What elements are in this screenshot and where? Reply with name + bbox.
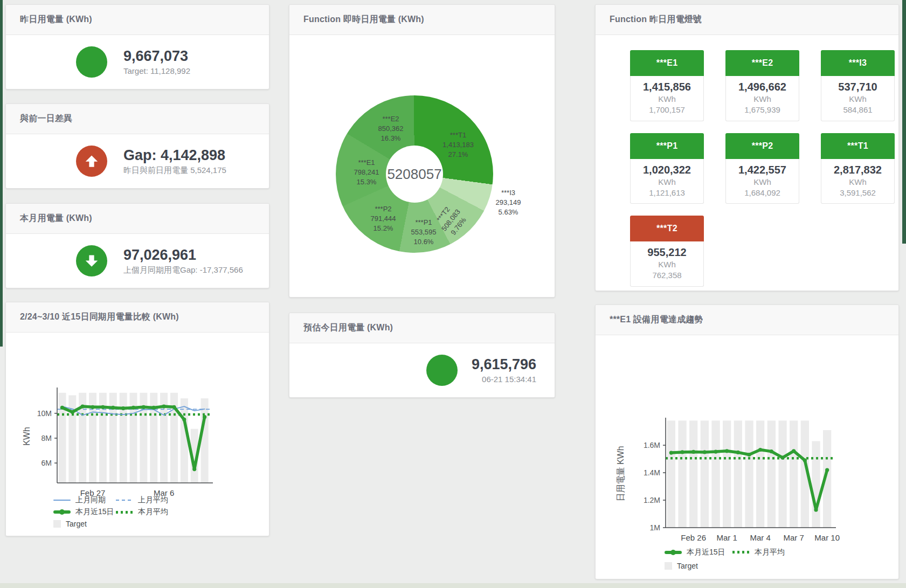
panel-compare-chart: 2/24~3/10 近15日同期用電量比較 (KWh) 6M8M10MFeb 2…	[5, 302, 269, 536]
arrow-up-icon	[76, 146, 107, 177]
panel-header[interactable]: Function 昨日用電燈號	[596, 5, 898, 35]
svg-text:Mar 7: Mar 7	[784, 533, 804, 542]
tile-target: 3,591,562	[822, 188, 893, 198]
svg-text:KWh: KWh	[22, 427, 31, 446]
trend-chart-svg: 1M1.2M1.4M1.6MFeb 26Mar 1Mar 4Mar 7Mar 1…	[596, 335, 900, 580]
day-gap-value: Gap: 4,142,898	[123, 147, 226, 165]
trend-legend: 本月近15日本月平均Target	[665, 545, 800, 572]
tile-label: ***I3	[821, 50, 895, 76]
panel-header[interactable]: 昨日用電量 (KWh)	[6, 5, 269, 35]
window-bottom-band	[0, 583, 906, 588]
light-tile-I3: ***I3537,710KWh584,861	[821, 50, 895, 121]
donut-slice-label-E1: ***E1798,24115.3%	[354, 158, 379, 188]
legend-item-Target[interactable]: Target	[53, 520, 116, 528]
compare-chart[interactable]: 6M8M10MFeb 27Mar 6KWh上月同期上月平均本月近15日本月平均T…	[6, 333, 269, 536]
panel-title: 昨日用電量 (KWh)	[20, 14, 92, 25]
yesterday-usage-value: 9,667,073	[123, 47, 190, 66]
tile-value: 1,496,662	[727, 80, 798, 94]
tile-value: 2,817,832	[822, 163, 893, 177]
panel-usage-lights: Function 昨日用電燈號 ***E11,415,856KWh1,700,1…	[595, 4, 899, 291]
panel-title: Function 即時日用電量 (KWh)	[303, 14, 424, 25]
svg-text:8M: 8M	[42, 434, 52, 442]
svg-text:1.2M: 1.2M	[644, 496, 660, 504]
panel-header[interactable]: Function 即時日用電量 (KWh)	[289, 5, 555, 35]
tile-value: 1,422,557	[727, 163, 798, 177]
svg-text:Mar 10: Mar 10	[814, 533, 840, 542]
arrow-down-icon	[76, 245, 107, 276]
panel-title: ***E1 設備用電達成趨勢	[610, 314, 703, 326]
tile-unit: KWh	[632, 259, 702, 270]
donut-chart[interactable]: 5208057 ***T11,413,18327.1%***I3293,1495…	[296, 91, 533, 258]
tile-target: 1,675,939	[727, 105, 798, 115]
donut-center-total: 5208057	[387, 166, 441, 183]
tile-label: ***T2	[630, 216, 704, 241]
legend-item-上月同期[interactable]: 上月同期	[53, 495, 116, 505]
window-edge-right	[902, 0, 906, 244]
panel-header[interactable]: 預估今日用電量 (KWh)	[289, 313, 555, 343]
tile-value: 1,415,856	[632, 80, 702, 94]
panel-yesterday-usage: 昨日用電量 (KWh) 9,667,073 Target: 11,128,992	[5, 4, 269, 89]
light-tile-grid: ***E11,415,856KWh1,700,157***E21,496,662…	[596, 35, 898, 287]
tile-label: ***T1	[821, 133, 895, 159]
donut-slice-label-T1: ***T11,413,18327.1%	[442, 130, 474, 160]
svg-text:10M: 10M	[37, 409, 52, 418]
light-tile-P1: ***P11,020,322KWh1,121,613	[630, 133, 704, 204]
tile-value: 1,020,322	[632, 163, 702, 177]
day-gap-subtitle: 昨日與前日用電量 5,524,175	[123, 164, 226, 176]
panel-e1-trend-chart: ***E1 設備用電達成趨勢 1M1.2M1.4M1.6MFeb 26Mar 1…	[595, 305, 899, 579]
legend-item-本月平均[interactable]: 本月平均	[732, 548, 800, 557]
svg-text:1.6M: 1.6M	[644, 441, 660, 449]
panel-title: 預估今日用電量 (KWh)	[303, 322, 393, 334]
tile-target: 1,121,613	[632, 188, 702, 198]
panel-header[interactable]: 2/24~3/10 近15日同期用電量比較 (KWh)	[6, 302, 269, 333]
panel-header[interactable]: ***E1 設備用電達成趨勢	[596, 305, 898, 335]
svg-text:Feb 26: Feb 26	[681, 533, 706, 542]
tile-value: 537,710	[822, 80, 893, 94]
tile-value: 955,212	[632, 245, 702, 259]
svg-text:1M: 1M	[650, 523, 660, 532]
svg-text:日用電量 KWh: 日用電量 KWh	[616, 446, 625, 501]
tile-unit: KWh	[632, 94, 702, 105]
tile-unit: KWh	[632, 177, 702, 188]
light-tile-P2: ***P21,422,557KWh1,684,092	[725, 133, 799, 204]
tile-target: 1,684,092	[727, 188, 798, 198]
panel-title: Function 昨日用電燈號	[610, 14, 702, 25]
status-circle-green	[76, 46, 107, 78]
donut-slice-label-P1: ***P1553,59510.6%	[411, 218, 437, 247]
tile-unit: KWh	[822, 94, 893, 105]
panel-header[interactable]: 本月用電量 (KWh)	[6, 204, 269, 234]
legend-item-上月平均[interactable]: 上月平均	[116, 495, 178, 505]
donut-slice-label-I3: ***I3293,1495.63%	[496, 188, 521, 218]
tile-label: ***P1	[630, 133, 704, 159]
tile-target: 1,700,157	[632, 105, 702, 115]
legend-item-本月近15日[interactable]: 本月近15日	[53, 507, 116, 517]
legend-item-本月平均[interactable]: 本月平均	[116, 507, 178, 517]
tile-label: ***E1	[630, 50, 704, 76]
panel-title: 與前一日差異	[20, 113, 72, 124]
light-tile-E2: ***E21,496,662KWh1,675,939	[725, 50, 799, 121]
tile-label: ***P2	[725, 133, 799, 159]
panel-header[interactable]: 與前一日差異	[6, 104, 269, 134]
panel-title: 本月用電量 (KWh)	[20, 213, 92, 224]
tile-unit: KWh	[822, 177, 893, 188]
status-circle-green	[426, 355, 458, 386]
yesterday-usage-target: Target: 11,128,992	[123, 65, 190, 77]
tile-unit: KWh	[727, 94, 798, 105]
panel-title: 2/24~3/10 近15日同期用電量比較 (KWh)	[20, 312, 179, 323]
tile-target: 762,358	[632, 270, 702, 281]
window-edge-left	[0, 0, 3, 347]
svg-text:1.4M: 1.4M	[644, 468, 660, 477]
panel-estimate-today: 預估今日用電量 (KWh) 9,615,796 06-21 15:34:41	[289, 313, 555, 398]
light-tile-T2: ***T2955,212KWh762,358	[630, 216, 704, 287]
donut-slice-label-P2: ***P2791,44415.2%	[371, 204, 396, 234]
month-usage-value: 97,026,961	[123, 246, 243, 265]
month-usage-gap: 上個月同期用電Gap: -17,377,566	[123, 264, 243, 275]
svg-text:6M: 6M	[42, 459, 52, 467]
panel-month-usage: 本月用電量 (KWh) 97,026,961 上個月同期用電Gap: -17,3…	[5, 203, 269, 288]
legend-item-Target[interactable]: Target	[665, 562, 732, 570]
trend-chart[interactable]: 1M1.2M1.4M1.6MFeb 26Mar 1Mar 4Mar 7Mar 1…	[596, 335, 898, 579]
estimate-timestamp: 06-21 15:34:41	[472, 373, 536, 385]
light-tile-T1: ***T12,817,832KWh3,591,562	[821, 133, 895, 204]
legend-item-本月近15日[interactable]: 本月近15日	[665, 548, 732, 557]
estimate-value: 9,615,796	[472, 356, 536, 374]
